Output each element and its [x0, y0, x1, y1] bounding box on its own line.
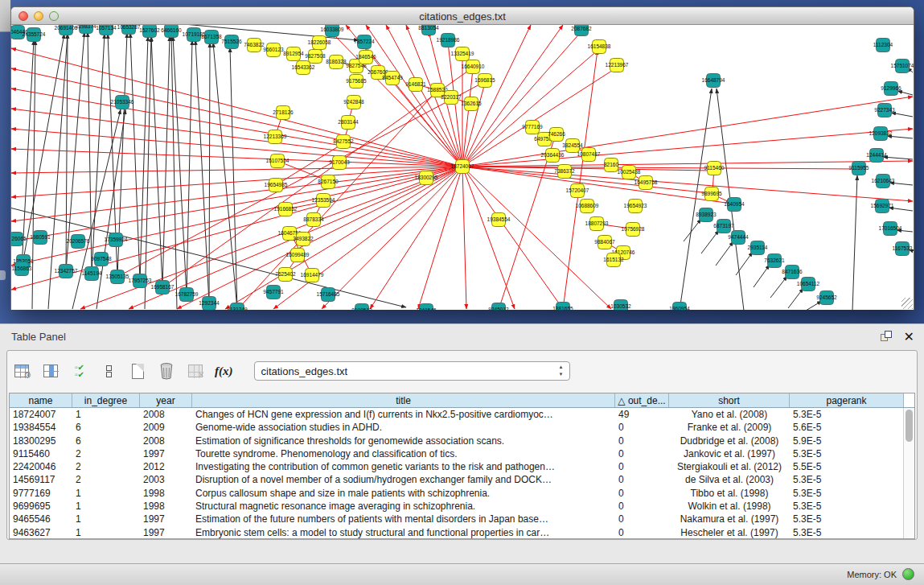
table-cell[interactable]: 5.3E-5: [790, 473, 904, 486]
graph-node[interactable]: 12093832: [869, 127, 893, 141]
table-cell[interactable]: Disruption of a novel member of a sodium…: [192, 473, 615, 486]
table-cell[interactable]: 5.3E-5: [790, 447, 904, 460]
graph-node[interactable]: 9777169: [522, 121, 543, 134]
table-cell[interactable]: 2012: [140, 460, 192, 473]
graph-node[interactable]: 8186328: [326, 56, 347, 69]
column-header-in_degree[interactable]: in_degree: [72, 393, 140, 407]
table-cell[interactable]: Hescheler et al. (1997): [669, 526, 790, 539]
graph-node[interactable]: 17016504: [879, 222, 902, 236]
table-cell[interactable]: 2: [72, 473, 140, 486]
table-cell[interactable]: Investigating the contribution of common…: [192, 460, 615, 473]
graph-node[interactable]: 1292344: [199, 297, 220, 311]
graph-node[interactable]: 7857224: [354, 35, 375, 49]
table-cell[interactable]: 9465546: [10, 513, 72, 525]
table-cell[interactable]: Corpus callosum shape and size in male p…: [192, 487, 615, 500]
graph-node[interactable]: 20364436: [541, 149, 565, 163]
graph-node[interactable]: 16154838: [588, 40, 611, 54]
graph-node[interactable]: 1244414: [866, 149, 887, 163]
graph-node[interactable]: 1881655: [552, 303, 573, 311]
graph-node[interactable]: 8100512: [351, 304, 372, 311]
table-row[interactable]: 1872400712008Changes of HCN gene express…: [10, 408, 914, 421]
graph-node[interactable]: 2126065: [11, 233, 27, 246]
table-cell[interactable]: 5.3E-5: [790, 500, 904, 513]
table-cell[interactable]: 5.6E-5: [790, 421, 904, 434]
table-cell[interactable]: 1: [72, 487, 140, 500]
graph-node[interactable]: 7515526: [221, 35, 242, 49]
table-cell[interactable]: 9463627: [10, 526, 72, 539]
table-cell[interactable]: 0: [615, 473, 669, 486]
table-row[interactable]: 1830029562008Estimation of significance …: [10, 435, 914, 447]
table-row[interactable]: 946362711997Embryonic stem cells: a mode…: [10, 526, 914, 539]
graph-node[interactable]: 15751074: [891, 60, 914, 73]
table-cell[interactable]: Franke et al. (2009): [669, 421, 790, 434]
close-panel-icon[interactable]: ✕: [904, 332, 914, 343]
table-cell[interactable]: Estimation of the future numbers of pati…: [192, 513, 615, 525]
graph-node[interactable]: 9129966: [881, 82, 901, 96]
graph-node[interactable]: 8471636: [782, 266, 803, 279]
graph-node[interactable]: 1640954: [724, 198, 745, 212]
graph-node[interactable]: 9457791: [263, 286, 284, 299]
graph-node[interactable]: 1057134: [96, 25, 117, 35]
table-cell[interactable]: Yano et al. (2008): [669, 408, 790, 421]
table-cell[interactable]: Dudbridge et al. (2008): [669, 435, 790, 447]
table-cell[interactable]: 0: [615, 487, 669, 500]
graph-node[interactable]: 18807293: [585, 217, 609, 231]
table-cell[interactable]: Genome-wide association studies in ADHD.: [192, 421, 615, 434]
table-cell[interactable]: 18724007: [10, 408, 72, 421]
graph-node[interactable]: 19218986: [437, 34, 460, 47]
table-cell[interactable]: 9115460: [10, 447, 72, 460]
function-builder-button[interactable]: f(x): [215, 365, 233, 378]
graph-node[interactable]: 8267150: [318, 175, 339, 189]
create-column-button[interactable]: [128, 361, 147, 381]
graph-node[interactable]: 2935114: [748, 241, 768, 255]
table-cell[interactable]: 22420046: [10, 460, 72, 473]
side-handle[interactable]: [0, 270, 6, 280]
table-cell[interactable]: 5.3E-5: [790, 513, 904, 525]
graph-node[interactable]: 1527602: [139, 25, 160, 38]
graph-node[interactable]: 19384554: [487, 213, 511, 227]
window-titlebar[interactable]: citations_edges.txt: [11, 7, 914, 25]
graph-node[interactable]: 10688609: [576, 200, 599, 213]
table-cell[interactable]: 5.9E-5: [790, 435, 904, 447]
graph-node[interactable]: 2087682: [571, 25, 592, 36]
show-columns-button[interactable]: [41, 361, 60, 381]
table-cell[interactable]: 49: [615, 408, 669, 421]
table-cell[interactable]: 5.3E-5: [790, 487, 904, 500]
table-cell[interactable]: Nakamura et al. (1997): [669, 513, 790, 525]
graph-node[interactable]: 21053346: [111, 96, 134, 109]
table-cell[interactable]: 14569117: [10, 473, 72, 486]
table-cell[interactable]: 0: [615, 460, 669, 473]
column-header-short[interactable]: short: [669, 393, 790, 407]
column-header-name[interactable]: name: [10, 393, 72, 407]
graph-node[interactable]: 16099489: [286, 249, 310, 262]
table-cell[interactable]: 0: [615, 500, 669, 513]
memory-status-indicator[interactable]: [902, 568, 914, 580]
column-header-pagerank[interactable]: pagerank: [790, 393, 904, 407]
graph-node[interactable]: 1960954: [669, 303, 690, 311]
column-header-out_de[interactable]: △ out_de...: [615, 393, 669, 407]
table-cell[interactable]: 2008: [140, 408, 192, 421]
table-cell[interactable]: 5.5E-5: [790, 460, 904, 473]
table-cell[interactable]: 1998: [140, 487, 192, 500]
table-cell[interactable]: 1997: [140, 526, 192, 539]
table-row[interactable]: 2242004622012Investigating the contribut…: [10, 460, 914, 473]
graph-node[interactable]: 16210643: [872, 175, 895, 188]
table-cell[interactable]: 1997: [140, 447, 192, 460]
graph-node[interactable]: 7386372: [554, 165, 575, 179]
table-cell[interactable]: Embryonic stem cells: a model to study s…: [192, 526, 615, 539]
graph-node[interactable]: 1145194: [82, 267, 102, 281]
table-cell[interactable]: 1: [72, 526, 140, 539]
graph-node[interactable]: 6873197: [713, 220, 734, 233]
table-mode-button[interactable]: ⚙: [12, 361, 31, 381]
network-canvas[interactable]: 9046446243557242069140622983741057134106…: [11, 25, 914, 310]
table-cell[interactable]: 19384554: [10, 421, 72, 434]
row-height-button[interactable]: [99, 361, 118, 381]
table-cell[interactable]: 9699695: [10, 500, 72, 513]
graph-node[interactable]: 13325419: [451, 47, 474, 61]
table-cell[interactable]: 1: [72, 513, 140, 525]
graph-node[interactable]: 19166852: [274, 203, 298, 216]
graph-node[interactable]: 9245012: [488, 303, 509, 311]
graph-node[interactable]: 20691406: [55, 25, 78, 35]
graph-node[interactable]: 8427552: [333, 135, 354, 149]
graph-node[interactable]: 9242848: [343, 96, 364, 109]
